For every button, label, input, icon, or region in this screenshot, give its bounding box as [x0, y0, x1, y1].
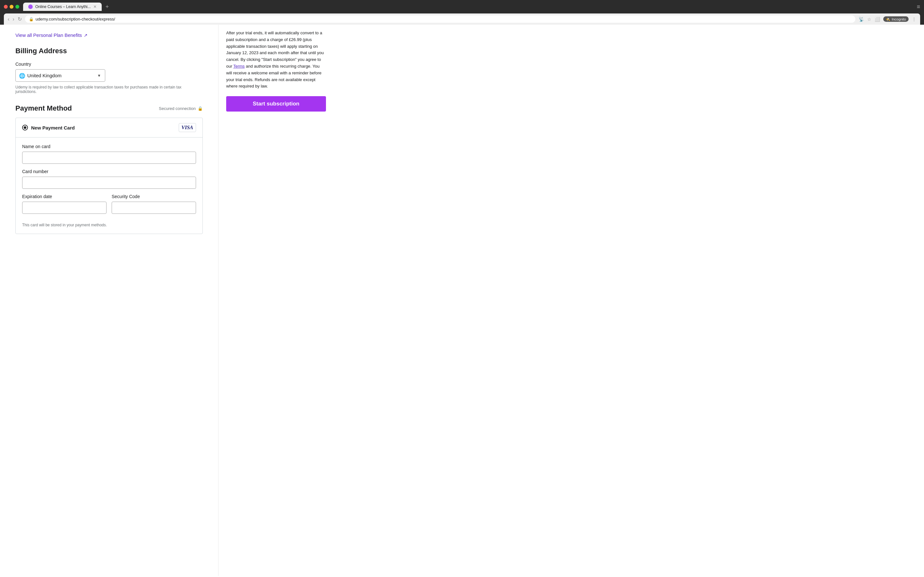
bookmark-icon[interactable]: ☆ — [867, 17, 871, 22]
country-label: Country — [15, 61, 203, 67]
browser-chrome: Online Courses – Learn Anythi... ✕ + ≡ ‹… — [0, 0, 924, 25]
card-expiry-security-row: Expiration date Security Code — [22, 194, 196, 219]
view-benefits-link[interactable]: View all Personal Plan Benefits ↗ — [15, 32, 203, 38]
back-button[interactable]: ‹ — [8, 16, 9, 22]
tax-notice: Udemy is required by law to collect appl… — [15, 85, 195, 94]
name-on-card-group: Name on card — [22, 144, 196, 164]
payment-method-title: Payment Method — [15, 104, 72, 113]
globe-icon: 🌐 — [19, 73, 25, 79]
expiration-date-group: Expiration date — [22, 194, 107, 214]
tab-close-button[interactable]: ✕ — [94, 5, 97, 9]
terms-link[interactable]: Terms — [233, 64, 244, 69]
screen-cast-icon: 📡 — [859, 17, 864, 22]
trial-info: After your trial ends, it will automatic… — [226, 30, 326, 90]
traffic-lights — [4, 5, 19, 9]
left-panel: View all Personal Plan Benefits ↗ Billin… — [0, 25, 218, 576]
incognito-icon: 🕵 — [886, 17, 890, 21]
security-code-group: Security Code — [111, 194, 196, 214]
split-view-icon[interactable]: ⬜ — [875, 17, 880, 22]
billing-address-title: Billing Address — [15, 47, 203, 55]
url-display: udemy.com/subscription-checkout/express/ — [36, 17, 115, 21]
name-on-card-label: Name on card — [22, 144, 196, 149]
refresh-button[interactable]: ↻ — [18, 16, 22, 22]
radio-inner — [24, 126, 26, 129]
country-select-wrapper: 🌐 United Kingdom ▼ — [15, 69, 203, 82]
chevron-down-icon: ▼ — [97, 73, 101, 78]
tab-title: Online Courses – Learn Anythi... — [35, 5, 91, 9]
security-code-input[interactable] — [111, 201, 196, 214]
card-number-label: Card number — [22, 169, 196, 174]
new-tab-button[interactable]: + — [103, 3, 111, 10]
card-number-input[interactable] — [22, 177, 196, 189]
payment-option-left: New Payment Card — [22, 125, 75, 131]
external-link-icon: ↗ — [84, 33, 87, 38]
ssl-lock-icon: 🔒 — [29, 17, 34, 21]
page-content: View all Personal Plan Benefits ↗ Billin… — [0, 25, 924, 576]
window-menu-icon[interactable]: ≡ — [917, 3, 920, 10]
country-form-group: Country 🌐 United Kingdom ▼ Udemy is requ… — [15, 61, 203, 94]
browser-menu-icon[interactable]: ⋮ — [912, 17, 916, 22]
payment-option-label: New Payment Card — [31, 125, 75, 131]
tab-favicon — [28, 5, 33, 9]
visa-text: VISA — [182, 125, 193, 131]
trial-text-before-terms: After your trial ends, it will automatic… — [226, 31, 324, 69]
payment-card-container: New Payment Card VISA Name on card Card … — [15, 118, 203, 234]
minimize-window-button[interactable] — [10, 5, 13, 9]
maximize-window-button[interactable] — [15, 5, 19, 9]
active-tab[interactable]: Online Courses – Learn Anythi... ✕ — [23, 3, 102, 11]
security-code-label: Security Code — [111, 194, 196, 199]
country-select[interactable]: 🌐 United Kingdom ▼ — [15, 69, 105, 82]
secured-connection-label: Secured connection — [159, 106, 196, 111]
card-number-group: Card number — [22, 169, 196, 189]
start-subscription-button[interactable]: Start subscription — [226, 96, 326, 111]
visa-logo: VISA — [179, 123, 196, 132]
expiration-date-input[interactable] — [22, 201, 107, 214]
view-benefits-text: View all Personal Plan Benefits — [15, 32, 82, 38]
country-value: United Kingdom — [27, 73, 61, 78]
right-panel: After your trial ends, it will automatic… — [218, 25, 334, 576]
browser-right-icons: 📡 ☆ ⬜ 🕵 Incognito ⋮ — [859, 16, 916, 22]
incognito-badge: 🕵 Incognito — [883, 16, 909, 22]
close-window-button[interactable] — [4, 5, 8, 9]
name-on-card-input[interactable] — [22, 152, 196, 164]
lock-icon: 🔒 — [198, 106, 203, 111]
payment-section-header: Payment Method Secured connection 🔒 — [15, 104, 203, 113]
address-bar[interactable]: 🔒 udemy.com/subscription-checkout/expres… — [25, 15, 856, 23]
secured-connection: Secured connection 🔒 — [159, 106, 203, 111]
address-bar-row: ‹ › ↻ 🔒 udemy.com/subscription-checkout/… — [4, 13, 920, 25]
payment-radio-button[interactable] — [22, 125, 28, 131]
forward-button[interactable]: › — [13, 16, 14, 22]
card-storage-notice: This card will be stored in your payment… — [22, 223, 196, 227]
tab-bar: Online Courses – Learn Anythi... ✕ + ≡ — [4, 3, 920, 11]
expiration-date-label: Expiration date — [22, 194, 107, 199]
payment-option[interactable]: New Payment Card VISA — [16, 118, 202, 137]
card-fields: Name on card Card number Expiration date… — [16, 137, 202, 234]
